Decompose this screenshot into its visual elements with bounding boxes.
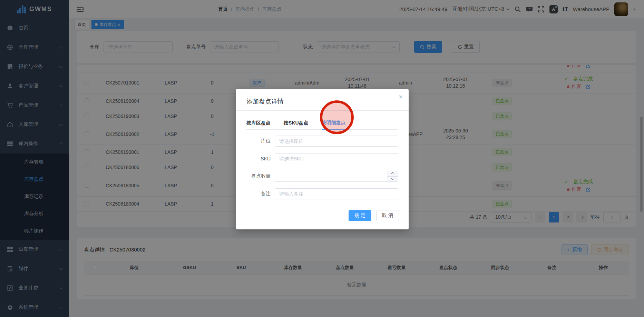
check-qty-stepper <box>275 171 398 182</box>
chevron-up-icon <box>391 172 394 175</box>
sku-select[interactable] <box>275 153 398 164</box>
stepper-up-button[interactable] <box>387 171 398 177</box>
confirm-button[interactable]: 确 定 <box>349 210 371 221</box>
remark-input-wrap[interactable] <box>275 188 398 199</box>
location-select[interactable] <box>275 136 398 147</box>
stepper-buttons <box>387 171 398 181</box>
tab-by-zone[interactable]: 按库区盘点 <box>246 116 271 130</box>
chevron-down-icon <box>391 177 394 180</box>
modal-form: 库位 SKU 盘点数量 备注 <box>236 130 409 199</box>
app-root: GWMS 首页 仓库管理 报价与业务 客户管理 产品管理 入库管理 <box>0 0 644 317</box>
remark-label: 备注 <box>246 191 275 197</box>
location-label: 库位 <box>246 138 275 144</box>
sku-select-input[interactable] <box>275 153 398 164</box>
tab-by-sku[interactable]: 按SKU盘点 <box>284 116 309 130</box>
modal-title: 添加盘点详情 <box>236 89 409 110</box>
stepper-down-button[interactable] <box>387 177 398 182</box>
check-qty-input-wrap[interactable] <box>275 171 398 182</box>
remark-input[interactable] <box>275 189 398 199</box>
modal-footer: 确 定 取 消 <box>349 210 399 221</box>
check-qty-input[interactable] <box>275 171 398 181</box>
check-qty-label: 盘点数量 <box>246 173 275 179</box>
annotation-red-circle <box>320 100 354 134</box>
cancel-button[interactable]: 取 消 <box>376 210 399 221</box>
close-icon[interactable]: × <box>399 94 402 100</box>
sku-label: SKU <box>246 156 275 161</box>
location-select-input[interactable] <box>275 136 398 146</box>
